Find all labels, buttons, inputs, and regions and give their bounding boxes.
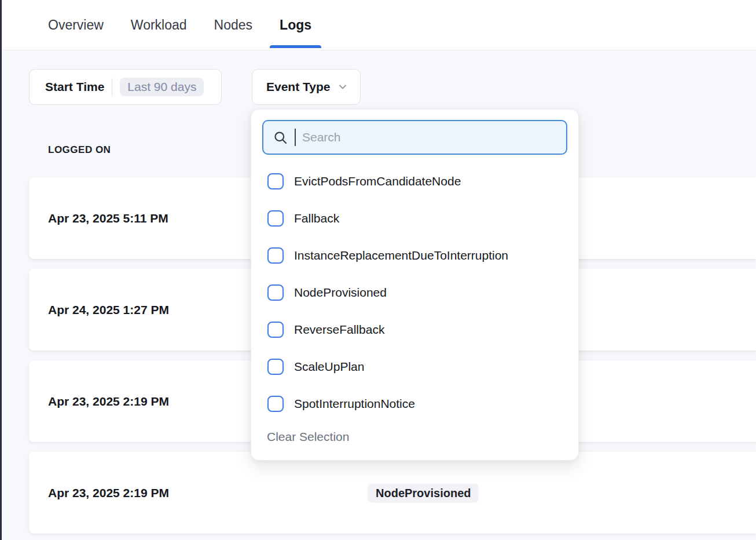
checkbox[interactable]	[267, 210, 284, 227]
start-time-filter-button[interactable]: Start Time Last 90 days	[29, 69, 222, 105]
option-fallback[interactable]: Fallback	[251, 200, 578, 237]
checkbox[interactable]	[267, 359, 284, 375]
logged-on-value: Apr 23, 2025 2:19 PM	[48, 486, 169, 500]
logged-on-value: Apr 24, 2025 1:27 PM	[48, 303, 169, 317]
search-input[interactable]	[302, 130, 557, 144]
option-evictpodsfromcandidatenode[interactable]: EvictPodsFromCandidateNode	[251, 163, 578, 200]
clear-selection-button[interactable]: Clear Selection	[267, 430, 349, 444]
option-reversefallback[interactable]: ReverseFallback	[251, 311, 578, 348]
logged-on-value: Apr 23, 2025 5:11 PM	[48, 211, 168, 225]
option-nodeprovisioned[interactable]: NodeProvisioned	[251, 274, 578, 311]
option-label: ReverseFallback	[294, 323, 384, 337]
event-type-label: Event Type	[266, 80, 330, 94]
option-label: ScaleUpPlan	[294, 360, 364, 374]
option-label: EvictPodsFromCandidateNode	[294, 174, 461, 188]
dropdown-search-box[interactable]	[262, 120, 567, 155]
option-spotinterruptionnotice[interactable]: SpotInterruptionNotice	[251, 385, 578, 422]
checkbox[interactable]	[267, 247, 284, 264]
column-header-logged-on: LOGGED ON	[48, 144, 111, 156]
search-icon	[273, 130, 288, 145]
tab-nodes[interactable]: Nodes	[214, 0, 252, 50]
option-label: NodeProvisioned	[294, 286, 387, 300]
table-row[interactable]: Apr 23, 2025 2:19 PM NodeProvisioned	[29, 452, 756, 534]
tab-workload[interactable]: Workload	[131, 0, 187, 50]
option-instancereplacementduetointerruption[interactable]: InstanceReplacementDueToInterruption	[251, 237, 578, 274]
tab-bar: Overview Workload Nodes Logs	[0, 0, 756, 50]
option-label: Fallback	[294, 211, 339, 225]
option-label: SpotInterruptionNotice	[294, 397, 415, 411]
logs-page: Start Time Last 90 days Event Type LOGGE…	[0, 51, 756, 540]
event-type-filter-button[interactable]: Event Type	[252, 69, 361, 105]
option-label: InstanceReplacementDueToInterruption	[294, 249, 508, 262]
checkbox[interactable]	[267, 173, 284, 189]
text-caret	[295, 129, 296, 146]
logged-on-value: Apr 23, 2025 2:19 PM	[48, 395, 169, 408]
chevron-down-icon	[337, 81, 348, 93]
filter-separator	[112, 78, 112, 96]
checkbox[interactable]	[267, 396, 284, 412]
start-time-value-chip: Last 90 days	[120, 78, 204, 96]
window-edge	[0, 0, 2, 540]
start-time-label: Start Time	[45, 80, 104, 94]
tab-logs[interactable]: Logs	[280, 0, 311, 50]
event-type-options-list: EvictPodsFromCandidateNode Fallback Inst…	[251, 155, 578, 422]
option-scaleupplan[interactable]: ScaleUpPlan	[251, 348, 578, 385]
checkbox[interactable]	[267, 284, 284, 301]
event-type-dropdown-panel: EvictPodsFromCandidateNode Fallback Inst…	[251, 109, 579, 461]
tab-overview[interactable]: Overview	[48, 0, 104, 50]
event-type-badge: NodeProvisioned	[368, 483, 479, 502]
checkbox[interactable]	[267, 322, 284, 338]
